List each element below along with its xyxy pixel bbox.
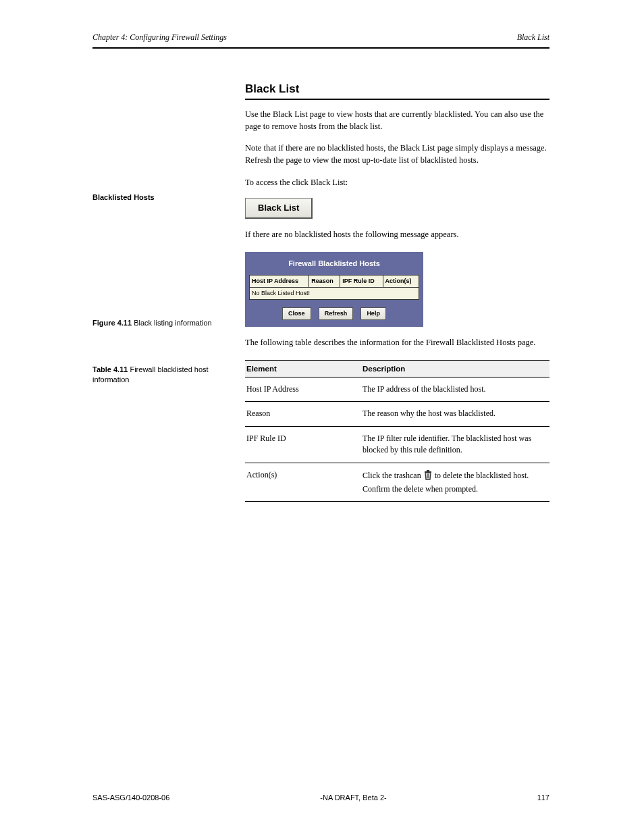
figure-number: Figure 4.11 <box>92 319 132 327</box>
black-list-button[interactable]: Black List <box>245 198 313 219</box>
col-actions: Action(s) <box>383 275 419 287</box>
table-row: Host IP Address The IP address of the bl… <box>245 377 549 402</box>
intro-paragraph-1: Use the Black List page to view hosts th… <box>245 108 549 132</box>
section-heading: Black List <box>245 82 299 96</box>
footer-draft-label: -NA DRAFT, Beta 2- <box>320 793 386 802</box>
svg-rect-1 <box>427 470 429 471</box>
cell-element: Host IP Address <box>245 377 361 402</box>
empty-row: No Black Listed Host! <box>250 287 419 299</box>
trashcan-icon <box>423 469 433 484</box>
cell-description: Click the trashcan to delete the blackli… <box>361 463 549 502</box>
intro-paragraph-2: Note that if there are no blacklisted ho… <box>245 142 549 166</box>
elements-table: Element Description Host IP Address The … <box>245 360 549 502</box>
firewall-blacklist-panel: Firewall Blacklisted Hosts Host IP Addre… <box>245 252 423 327</box>
help-button[interactable]: Help <box>360 307 386 320</box>
page-footer: SAS-ASG/140-0208-06 -NA DRAFT, Beta 2- 1… <box>92 793 549 802</box>
blacklist-table: Host IP Address Reason IPF Rule ID Actio… <box>249 275 419 300</box>
cell-description: The IP filter rule identifier. The black… <box>361 426 549 463</box>
table-row: Action(s) Click the trashcan to <box>245 463 549 502</box>
result-intro: If there are no blacklisted hosts the fo… <box>245 228 549 240</box>
col-reason: Reason <box>309 275 340 287</box>
footer-doc-id: SAS-ASG/140-0208-06 <box>92 793 169 802</box>
header-chapter: Chapter 4: Configuring Firewall Settings <box>92 32 227 43</box>
figure-caption: Figure 4.11 Black listing information <box>92 319 227 327</box>
table-row: Reason The reason why the host was black… <box>245 402 549 426</box>
th-element: Element <box>245 361 361 377</box>
col-ipf-rule-id: IPF Rule ID <box>340 275 383 287</box>
elements-intro: The following table describes the inform… <box>245 336 549 348</box>
refresh-button[interactable]: Refresh <box>319 307 354 320</box>
table-number: Table 4.11 <box>92 365 128 373</box>
cell-element: Action(s) <box>245 463 361 502</box>
panel-title: Firewall Blacklisted Hosts <box>249 256 419 275</box>
close-button[interactable]: Close <box>282 307 311 320</box>
access-instruction: To access the click Black List: <box>245 176 549 188</box>
cell-description: The IP address of the blacklisted host. <box>361 377 549 402</box>
figure-caption-text: Black listing information <box>134 319 212 327</box>
sidebar-blacklisted-hosts: Blacklisted Hosts <box>92 193 227 201</box>
section-rule <box>245 99 549 100</box>
footer-page-number: 117 <box>537 793 549 802</box>
cell-element: IPF Rule ID <box>245 426 361 463</box>
col-host-ip: Host IP Address <box>250 275 309 287</box>
th-description: Description <box>361 361 549 377</box>
cell-description: The reason why the host was blacklisted. <box>361 402 549 426</box>
header-section: Black List <box>517 32 549 43</box>
table-row: IPF Rule ID The IP filter rule identifie… <box>245 426 549 463</box>
cell-element: Reason <box>245 402 361 426</box>
header-rule <box>92 47 549 49</box>
table-caption: Table 4.11 Firewall blacklisted host inf… <box>92 365 227 385</box>
